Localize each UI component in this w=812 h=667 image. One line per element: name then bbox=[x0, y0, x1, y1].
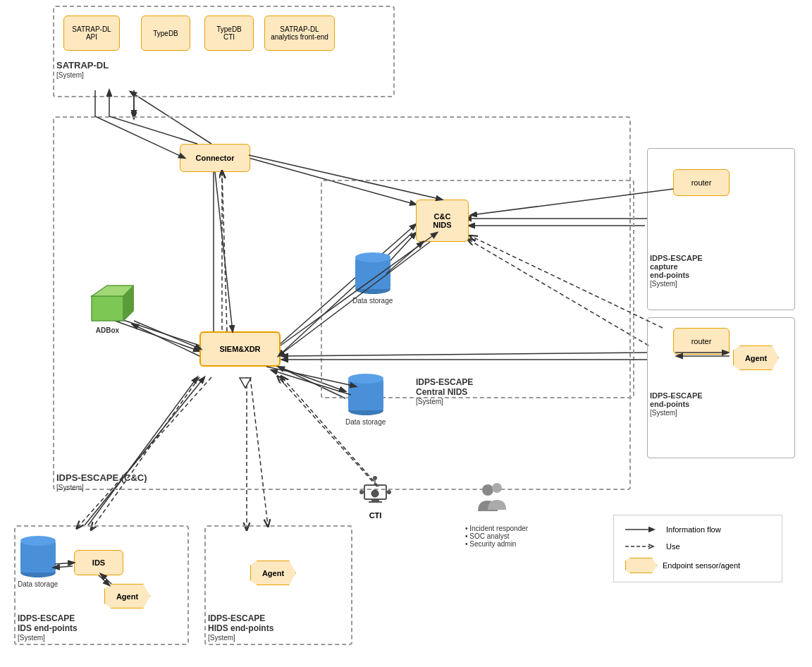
ids-endpoints-label: IDPS-ESCAPE IDS end-points [System] bbox=[18, 613, 78, 642]
idps-cc-label: IDPS-ESCAPE (C&C) [System] bbox=[56, 472, 147, 491]
svg-point-35 bbox=[482, 484, 493, 496]
siem-xdr-box: SIEM&XDR bbox=[199, 331, 281, 367]
hids-endpoints-label: IDPS-ESCAPE HIDS end-points [System] bbox=[208, 613, 273, 642]
central-nids-label: IDPS-ESCAPE Central NIDS [System] bbox=[416, 377, 473, 405]
endpoints-label: IDPS-ESCAPE end-points [System] bbox=[650, 391, 703, 417]
typedb-cti-box: TypeDBCTI bbox=[204, 16, 254, 51]
cti-icon: CTI bbox=[356, 472, 395, 520]
data-storage-ids: Data storage bbox=[18, 536, 58, 588]
capture-endpoints-label: IDPS-ESCAPE capture end-points [System] bbox=[650, 254, 703, 288]
agent-ids: Agent bbox=[104, 584, 150, 608]
satrap-dl-label: SATRAP-DL [System] bbox=[56, 60, 109, 79]
data-storage-siem: Data storage bbox=[345, 374, 386, 426]
cnc-nids-box: C&CNIDS bbox=[416, 200, 469, 242]
agent-hids: Agent bbox=[250, 561, 296, 585]
router-endpoints: router bbox=[673, 328, 730, 355]
router-capture: router bbox=[673, 169, 730, 196]
satrap-analytics-box: SATRAP-DLanalytics front-end bbox=[264, 16, 335, 51]
svg-point-33 bbox=[359, 490, 364, 494]
diagram-container: SATRAP-DL [System] SATRAP-DLAPI TypeDB T… bbox=[0, 0, 812, 667]
svg-point-25 bbox=[371, 490, 379, 497]
svg-marker-22 bbox=[92, 296, 123, 321]
ids-box: IDS bbox=[74, 550, 123, 575]
typedb-box: TypeDB bbox=[141, 16, 190, 51]
svg-point-34 bbox=[387, 490, 391, 494]
satrap-api-box: SATRAP-DLAPI bbox=[63, 16, 120, 51]
connector-box: Connector bbox=[180, 144, 250, 172]
legend: Information flow Use Endpoint sensor/age… bbox=[613, 515, 782, 582]
data-storage-central: Data storage bbox=[352, 252, 393, 305]
adbox: ADBox bbox=[81, 275, 134, 328]
svg-point-32 bbox=[373, 476, 377, 480]
svg-point-36 bbox=[492, 483, 502, 493]
actor-group: • Incident responder • SOC analyst • Sec… bbox=[465, 479, 528, 548]
agent-endpoints: Agent bbox=[733, 345, 779, 370]
